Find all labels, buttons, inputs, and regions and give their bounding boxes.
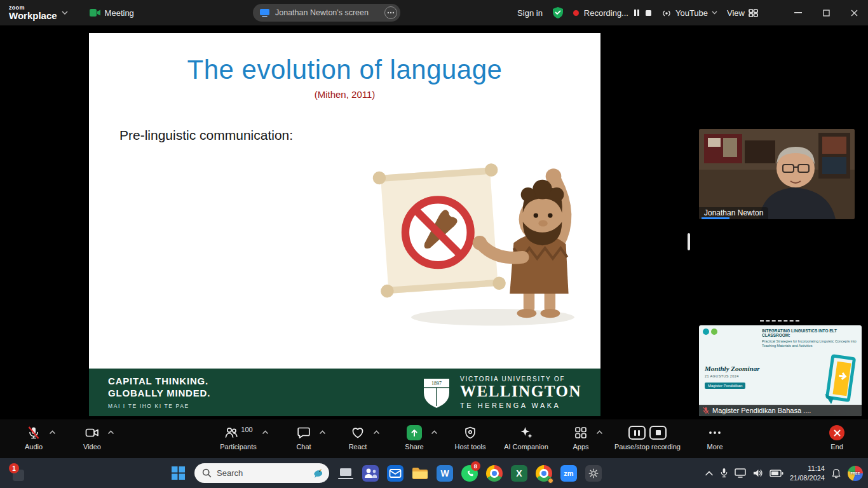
record-controls: Pause/stop recording [602, 425, 693, 451]
tray-app-icon[interactable]: FREE [848, 466, 863, 481]
tray-display-icon[interactable] [735, 468, 746, 478]
end-meeting-button[interactable]: End [817, 425, 857, 451]
start-button[interactable] [166, 461, 189, 486]
ai-companion-button[interactable]: AI Companion [496, 425, 556, 451]
pause-recording-button[interactable] [634, 9, 640, 17]
chevron-down-icon [62, 11, 68, 15]
share-button[interactable]: Share [391, 425, 438, 451]
muted-mic-icon [703, 407, 709, 414]
youtube-live-button[interactable]: YouTube [661, 8, 717, 18]
end-call-icon [829, 425, 844, 440]
zoom-toolbar: Audio Video 100 Participants Chat [0, 419, 868, 458]
video-options-chevron[interactable] [107, 430, 114, 435]
view-button[interactable]: View [727, 8, 758, 18]
apps-grid-icon [573, 425, 588, 440]
apps-button[interactable]: Apps [559, 425, 603, 451]
participants-count: 100 [241, 426, 252, 433]
tray-mic-icon[interactable] [720, 468, 728, 478]
recording-status-label: Recording... [584, 8, 628, 18]
view-layout-icon [749, 9, 758, 17]
stop-recording-button[interactable] [649, 426, 667, 440]
participants-options-chevron[interactable] [262, 430, 269, 435]
sparkle-icon [519, 425, 534, 440]
tagline-line1: CAPITAL THINKING. [108, 376, 210, 388]
poster-heading-block: INTEGRATING LINGUISTICS INTO ELT CLASSRO… [762, 329, 858, 348]
host-tools-button[interactable]: Host tools [445, 425, 496, 451]
stop-recording-button[interactable] [645, 10, 652, 17]
caveman-illustration [362, 140, 597, 336]
task-view-button[interactable] [334, 461, 357, 486]
panel-scrollbar[interactable] [688, 233, 690, 250]
taskbar-clock[interactable]: 11:14 21/08/2024 [790, 464, 825, 482]
poster-event-title: Monthly Zoominar [705, 365, 760, 372]
chat-button[interactable]: Chat [281, 425, 326, 451]
outlook-icon[interactable] [384, 461, 407, 486]
pill-options-button[interactable] [384, 6, 397, 19]
chrome-icon[interactable] [483, 461, 506, 486]
poster-event-block: Monthly Zoominar 21 AGUSTUS 2024 Magiste… [705, 365, 760, 390]
close-button[interactable] [840, 0, 868, 25]
screen-share-icon [259, 8, 270, 17]
word-icon[interactable]: W [433, 461, 456, 486]
window-controls [784, 0, 868, 25]
heart-icon [350, 425, 365, 440]
zoom-titlebar: zoom Workplace Meeting Jonathan Newton's… [0, 0, 868, 25]
university-line2: WELLINGTON [460, 383, 581, 400]
view-label: View [727, 8, 745, 18]
file-explorer-icon[interactable] [409, 461, 431, 486]
tray-expand-chevron[interactable] [705, 470, 714, 476]
chrome-profile-icon[interactable] [532, 461, 555, 486]
task-view-icon [338, 467, 353, 480]
chat-options-chevron[interactable] [319, 430, 326, 435]
audio-options-chevron[interactable] [49, 430, 56, 435]
participants-button[interactable]: 100 Participants [208, 425, 269, 451]
search-icon [202, 468, 212, 478]
poster-event-date: 21 AGUSTUS 2024 [705, 374, 760, 378]
audio-button[interactable]: Audio [11, 425, 56, 451]
recording-indicator: Recording... [573, 8, 652, 18]
tile-divider [760, 320, 799, 322]
video-button[interactable]: Video [70, 425, 114, 451]
react-button[interactable]: React [336, 425, 380, 451]
banner-taglines: CAPITAL THINKING. GLOBALLY MINDED. MAI I… [108, 376, 210, 410]
active-speaker-indicator [702, 217, 729, 219]
meeting-camera-icon [90, 9, 100, 17]
maximize-button[interactable] [812, 0, 840, 25]
taskbar-search[interactable]: Search [194, 463, 329, 483]
chevron-down-icon [712, 11, 717, 15]
taskbar-notification-icon[interactable]: 1 [9, 463, 25, 482]
poster-badge: Magister Pendidikan [705, 383, 745, 389]
search-highlight-bird-icon [312, 468, 324, 478]
poster-door-illustration [821, 353, 859, 407]
pause-recording-button[interactable] [628, 426, 646, 440]
share-options-chevron[interactable] [431, 430, 438, 435]
video-camera-icon [85, 425, 100, 440]
react-options-chevron[interactable] [373, 430, 380, 435]
tray-speaker-icon[interactable] [752, 468, 763, 478]
sign-in-button[interactable]: Sign in [517, 8, 543, 18]
zoom-app-icon[interactable]: zm [557, 461, 580, 486]
excel-icon[interactable]: X [508, 461, 531, 486]
settings-icon[interactable] [582, 461, 605, 486]
whatsapp-icon[interactable]: 8 [458, 461, 481, 486]
workplace-menu[interactable]: zoom Workplace [0, 5, 68, 20]
more-button[interactable]: More [693, 425, 737, 451]
poster-video-tile[interactable]: INTEGRATING LINGUISTICS INTO ELT CLASSRO… [699, 325, 862, 416]
search-label: Search [217, 468, 307, 478]
encryption-shield-icon[interactable] [552, 6, 564, 19]
teams-icon[interactable] [359, 461, 382, 486]
participants-icon [224, 425, 239, 440]
ellipsis-icon [387, 11, 395, 14]
windows-logo-icon [172, 466, 185, 480]
gear-icon [585, 465, 602, 482]
poster-tile-name-label: Magister Pendidikan Bahasa .... [699, 405, 862, 416]
tagline-maori: MAI I TE IHO KI TE PAE [108, 403, 210, 409]
live-stream-icon [661, 9, 672, 17]
participant-video-tile[interactable]: Jonathan Newton [699, 129, 855, 219]
recording-dot-icon [573, 10, 579, 16]
minimize-button[interactable] [784, 0, 812, 25]
shared-screen-pill[interactable]: Jonathan Newton's screen [253, 4, 400, 22]
tray-notifications-icon[interactable] [831, 468, 841, 479]
tray-battery-icon[interactable] [770, 470, 783, 477]
tab-meeting[interactable]: Meeting [90, 8, 134, 18]
